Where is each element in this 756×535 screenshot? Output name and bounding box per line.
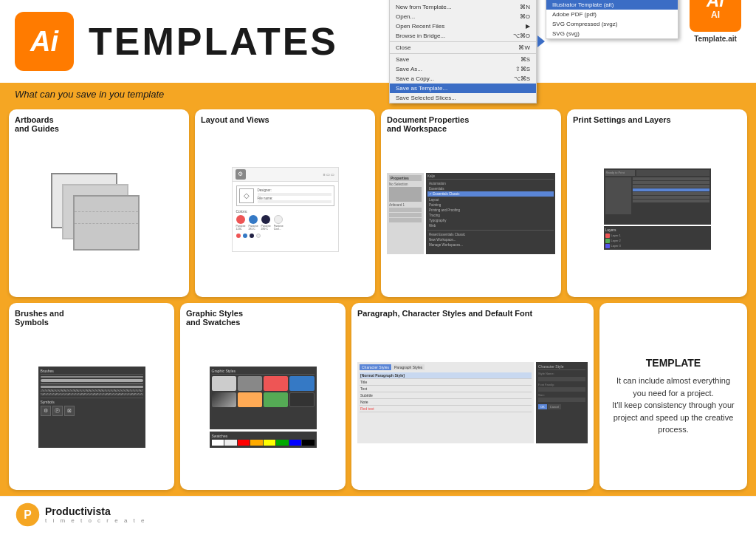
print-card: Print Settings and Layers Ready to Print [567, 109, 747, 297]
ai-logo-left: Ai [15, 12, 74, 71]
layout-title: Layout and Views [201, 115, 369, 124]
format-ait[interactable]: Illustrator Template (ait) [546, 0, 678, 10]
layers-panel: Layers Layer 1 Layer 2 [604, 226, 711, 250]
brushes-title: Brushes andSymbols [15, 309, 168, 327]
print-title: Print Settings and Layers [573, 115, 741, 124]
logo-text: Productivista t i m e t o c r e a t e [45, 505, 146, 524]
doc-props-mockup: Properties No Selection Artboard 1 Kalje… [387, 173, 555, 254]
layout-content: ⚙ ≡ ▭ ▭ ◇ Designer: File name: [201, 128, 369, 291]
color-swatches: Pantone123C Pantone281 C Pantone289 C [236, 215, 334, 231]
svg-text:P: P [24, 508, 32, 521]
ai-logo-right: Ai AI [690, 0, 741, 32]
subtitle-text: What can you save in you template [15, 89, 164, 100]
character-card: Paragraph, Character Styles and Default … [351, 303, 594, 491]
menu-recent[interactable]: Open Recent Files▶ [390, 21, 536, 31]
ai-logo-text-right: Ai [707, 0, 724, 10]
info-title: TEMPLATE [646, 357, 701, 369]
brushes-mockup: Brushes Symbols ⚙ Ⓟ [38, 367, 145, 448]
artboard-mockup [51, 173, 147, 254]
swatch-red [236, 215, 245, 224]
menu-open[interactable]: Open...⌘O [390, 12, 536, 21]
page-title: TEMPLATES [89, 19, 338, 64]
format-pdf[interactable]: Adobe PDF (pdf) [546, 10, 678, 19]
swatch-blue [249, 215, 258, 224]
ai-logo-text-left: Ai [30, 26, 58, 58]
layout-icon: ⚙ [236, 169, 246, 180]
layout-header: ⚙ ≡ ▭ ▭ [233, 168, 338, 182]
productivista-icon: P [15, 502, 41, 528]
symbols-area: ⚙ Ⓟ ⊠ [41, 406, 143, 416]
layout-body: ◇ Designer: File name: Colors: [233, 182, 338, 242]
layout-mockup: ⚙ ≡ ▭ ▭ ◇ Designer: File name: [232, 167, 339, 252]
graphic-styles-panel: Graphic Styles [210, 367, 317, 429]
top-cards-row: Artboardsand Guides Layout and Views [9, 109, 747, 297]
logo-name: Productivista [45, 505, 146, 517]
brushes-panel: Brushes Symbols ⚙ Ⓟ [38, 367, 145, 448]
productivista-logo: P Productivista t i m e t o c r e a t e [15, 502, 146, 528]
swatch-dark [261, 215, 270, 224]
swatches-bottom-panel: Swatches [210, 432, 317, 448]
format-svg[interactable]: SVG (svg) [546, 29, 678, 38]
char-styles-panel: Character Styles Paragraph Styles [Norma… [357, 362, 534, 443]
template-file-icon: Ai AI Template.ait [690, 0, 741, 43]
character-content: Character Styles Paragraph Styles [Norma… [357, 321, 588, 485]
styles-content: Graphic Styles [186, 330, 340, 485]
menu-save-copy[interactable]: Save a Copy...⌥⌘S [390, 74, 536, 84]
styles-card: Graphic Stylesand Swatches Graphic Style… [180, 303, 346, 491]
print-content: Ready to Print [573, 128, 741, 291]
brushes-content: Brushes Symbols ⚙ Ⓟ [15, 330, 168, 485]
properties-left-panel: Properties No Selection Artboard 1 [387, 173, 424, 254]
layout-info-box: ◇ Designer: File name: [236, 185, 334, 206]
layout-options: ≡ ▭ ▭ [323, 172, 335, 177]
layout-fields: Designer: File name: [258, 188, 331, 203]
char-mockup: Character Styles Paragraph Styles [Norma… [357, 362, 588, 443]
artboard-rect-3 [73, 195, 140, 251]
print-top-panel: Ready to Print [604, 168, 711, 225]
menu-save-template[interactable]: Save as Template... [390, 84, 536, 93]
logo-tagline: t i m e t o c r e a t e [45, 517, 146, 524]
bottom-cards-row: Brushes andSymbols Brushes Symbo [9, 303, 747, 491]
menu-bridge[interactable]: Browse in Bridge...⌥⌘O [390, 31, 536, 41]
character-title: Paragraph, Character Styles and Default … [357, 309, 588, 318]
brushes-card: Brushes andSymbols Brushes Symbo [9, 303, 174, 491]
print-mockup: Ready to Print [604, 168, 711, 250]
menu-save-as[interactable]: Save As...⇧⌘S [390, 64, 536, 74]
document-props-title: Document Propertiesand Workspace [387, 115, 555, 133]
menus-container: File Edit Object Type Select New...⌘N Ne… [389, 0, 678, 103]
char-right-panel: Character Style Style Name: Font Family:… [536, 362, 588, 443]
document-props-content: Properties No Selection Artboard 1 Kalje… [387, 137, 555, 291]
header: Ai TEMPLATES File Edit Object Type Selec… [0, 0, 756, 85]
format-dropdown: Adobe Illustrator (ai) Illustrator EPS (… [546, 0, 678, 39]
layout-shape: ◇ [239, 188, 254, 203]
swatch-light [274, 215, 283, 224]
menu-save-slices[interactable]: Save Selected Slices... [390, 93, 536, 103]
menu-close[interactable]: Close⌘W [390, 43, 536, 52]
header-menu-area: File Edit Object Type Select New...⌘N Ne… [389, 0, 741, 103]
styles-mockup: Graphic Styles [210, 367, 317, 448]
menu-new-template[interactable]: New from Template...⌘N [390, 2, 536, 12]
artboards-content [15, 137, 183, 291]
format-svgz[interactable]: SVG Compressed (svgz) [546, 19, 678, 29]
artboards-title: Artboardsand Guides [15, 115, 183, 133]
layout-card: Layout and Views ⚙ ≡ ▭ ▭ ◇ Designer: [195, 109, 375, 297]
layout-dots [236, 234, 334, 238]
menu-arrow-icon [537, 35, 545, 47]
menu-save[interactable]: Save⌘S [390, 55, 536, 64]
file-menu-popup: File Edit Object Type Select New...⌘N Ne… [389, 0, 537, 103]
template-filename: Template.ait [694, 35, 737, 43]
artboards-card: Artboardsand Guides [9, 109, 189, 297]
main-content: Artboardsand Guides Layout and Views [0, 103, 756, 496]
page: Ai TEMPLATES File Edit Object Type Selec… [0, 0, 756, 535]
info-text: It can include almost everything you nee… [611, 375, 736, 436]
document-props-card: Document Propertiesand Workspace Propert… [381, 109, 561, 297]
footer: P Productivista t i m e t o c r e a t e [0, 496, 756, 533]
info-card: TEMPLATE It can include almost everythin… [599, 303, 747, 491]
ai-sub-text: AI [711, 10, 720, 20]
styles-title: Graphic Stylesand Swatches [186, 309, 340, 327]
workspace-panel: Kalje Automation Essentials ✓ Essentials… [426, 173, 555, 254]
